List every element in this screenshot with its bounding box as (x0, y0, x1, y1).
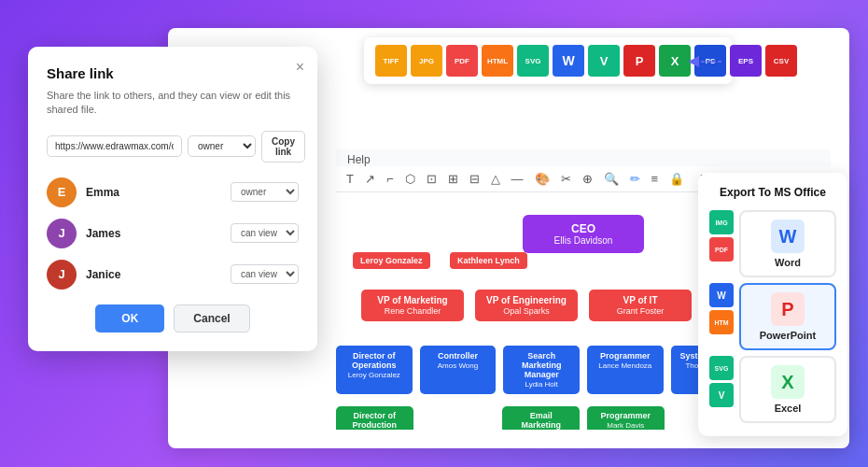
toolbar-search-icon[interactable]: 🔍 (601, 170, 622, 188)
toolbar-arrow-icon[interactable]: ↗ (362, 170, 378, 188)
copy-link-button[interactable]: Copy link (261, 131, 305, 163)
toolbar-dash-icon[interactable]: ≡ (649, 170, 662, 188)
export-svg[interactable]: SVG (517, 45, 549, 77)
link-row: owner can view can edit Copy link (47, 131, 299, 163)
mgr-controller: Controller Amos Wong (420, 346, 497, 394)
user-row-james: J James ownercan viewcan edit (47, 219, 299, 248)
staff-director-prod: Director of Production Wade Meyer (336, 406, 413, 430)
staff-email-marketing: Email Marketing Manager Fannie Edwards (502, 406, 580, 430)
export-pdf[interactable]: PDF (446, 45, 478, 77)
user-role-james[interactable]: ownercan viewcan edit (231, 223, 299, 243)
mgr-director-ops: Director of Operations Leroy Gonzalez (336, 346, 413, 394)
export-ppt-button[interactable]: P PowerPoint (739, 283, 836, 350)
toolbar-scissors-icon[interactable]: ✂ (558, 170, 574, 188)
toolbar-lock-icon[interactable]: 🔒 (666, 170, 687, 188)
export-excel[interactable]: X (659, 45, 691, 77)
ceo-name: Ellis Davidson (541, 235, 625, 246)
word-icon: W (771, 219, 805, 253)
avatar-emma: E (47, 177, 77, 207)
mgr-search-marketing: Search Marketing Manager Lydia Holt (503, 346, 580, 394)
toolbar-shape-icon[interactable]: ⬡ (402, 170, 418, 188)
staff-programmer-mark: Programmer Mark Davis (587, 406, 665, 430)
user-row-emma: E Emma ownercan viewcan edit (47, 177, 299, 207)
export-ppt[interactable]: P (623, 45, 655, 77)
user-role-emma[interactable]: ownercan viewcan edit (231, 182, 299, 202)
export-eps[interactable]: EPS (730, 45, 762, 77)
side-icon-pdf[interactable]: PDF (709, 237, 734, 262)
side-icon-visio[interactable]: V (709, 383, 734, 407)
toolbar-plus-icon[interactable]: ⊕ (580, 170, 595, 188)
dialog-title: Share link (47, 65, 299, 81)
toolbar-rect-icon[interactable]: ⊡ (424, 170, 440, 188)
ceo-title: CEO (541, 222, 625, 235)
vp-it: VP of IT Grant Foster (589, 290, 692, 321)
side-icon-htm[interactable]: HTM (709, 310, 734, 334)
user-name-james: James (86, 227, 231, 240)
side-icon-word[interactable]: W (709, 283, 734, 307)
export-word[interactable]: W (553, 45, 584, 77)
dialog-description: Share the link to others, and they can v… (47, 89, 299, 118)
export-tiff[interactable]: TIFF (375, 45, 407, 77)
export-jpg[interactable]: JPG (411, 45, 442, 77)
vp-engineering: VP of Engineering Opal Sparks (475, 290, 578, 321)
user-role-janice[interactable]: ownercan viewcan edit (231, 264, 299, 284)
cancel-button[interactable]: Cancel (174, 304, 249, 333)
export-excel-row: SVG V X Excel (709, 356, 836, 423)
name-badge-leroy: Leroy Gonzalez (353, 252, 430, 269)
avatar-janice: J (47, 260, 77, 290)
toolbar-text-icon[interactable]: T (343, 170, 357, 188)
toolbar-line-icon[interactable]: — (509, 170, 526, 188)
export-visio[interactable]: V (588, 45, 620, 77)
vp-marketing: VP of Marketing Rene Chandler (361, 290, 464, 321)
excel-icon: X (771, 365, 805, 399)
user-row-janice: J Janice ownercan viewcan edit (47, 260, 299, 290)
close-button[interactable]: × (296, 60, 304, 75)
mgr-programmer: Programmer Lance Mendoza (587, 346, 664, 394)
toolbar-pen-icon[interactable]: ✏ (627, 170, 643, 188)
ppt-icon: P (771, 292, 805, 326)
toolbar-fill-icon[interactable]: 🎨 (532, 170, 553, 188)
export-word-button[interactable]: W Word (739, 210, 836, 277)
dialog-actions: OK Cancel (47, 304, 299, 333)
toolbar-table-icon[interactable]: ⊞ (445, 170, 461, 188)
user-name-janice: Janice (86, 268, 231, 281)
export-html[interactable]: HTML (482, 45, 513, 77)
export-panel: Export To MS Office IMG PDF W Word W HTM… (698, 173, 847, 436)
ok-button[interactable]: OK (95, 304, 164, 333)
link-input[interactable] (47, 135, 182, 157)
avatar-james: J (47, 219, 77, 248)
side-icon-img[interactable]: IMG (709, 210, 734, 234)
export-panel-title: Export To MS Office (709, 186, 836, 199)
export-toolbar: TIFF JPG PDF HTML SVG W V P X PS EPS CSV (364, 37, 733, 84)
export-word-row: IMG PDF W Word (709, 210, 836, 277)
arrow-indicator (689, 52, 726, 75)
link-role-select[interactable]: owner can view can edit (188, 135, 256, 157)
toolbar-chart-icon[interactable]: ⊟ (467, 170, 483, 188)
side-icon-svg[interactable]: SVG (709, 356, 734, 380)
export-ppt-row: W HTM P PowerPoint (709, 283, 836, 350)
ceo-node: CEO Ellis Davidson (523, 215, 644, 253)
name-badge-kathleen: Kathleen Lynch (450, 252, 527, 269)
export-excel-button[interactable]: X Excel (739, 356, 836, 423)
export-csv[interactable]: CSV (765, 45, 797, 77)
toolbar-corner-icon[interactable]: ⌐ (384, 170, 397, 188)
user-name-emma: Emma (86, 186, 231, 199)
share-link-dialog: × Share link Share the link to others, a… (28, 47, 317, 351)
toolbar-triangle-icon[interactable]: △ (488, 170, 503, 188)
